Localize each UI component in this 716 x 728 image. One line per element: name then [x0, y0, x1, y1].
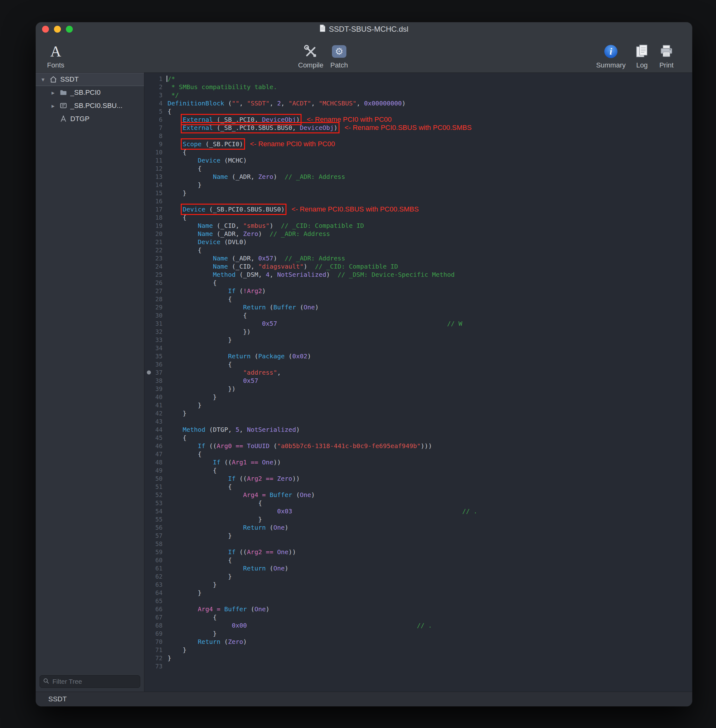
code-line: 52 Arg4 = Buffer (One): [144, 491, 692, 499]
line-number: 41: [144, 401, 162, 409]
line-number: 70: [144, 638, 162, 646]
disclosure-triangle-icon[interactable]: ▾: [39, 76, 46, 83]
code-line: 64 }: [144, 588, 692, 597]
tree-item-sb-pci0-sbus[interactable]: ▸ _SB.PCI0.SBU...: [36, 99, 144, 112]
statusbar: SSDT: [36, 692, 692, 706]
filter-tree-field[interactable]: [39, 675, 140, 688]
code-line: 54 0x03 // .: [144, 507, 692, 515]
tree-item-label: SSDT: [60, 75, 79, 83]
line-number: 43: [144, 417, 162, 426]
code-line: 11 Device (MCHC): [144, 156, 692, 164]
line-number: 21: [144, 238, 162, 246]
traffic-lights: [42, 22, 73, 36]
statusbar-path: SSDT: [48, 695, 67, 703]
code-line: 1/*: [144, 75, 692, 83]
code-line: 55 }: [144, 515, 692, 523]
code-line: 73: [144, 662, 692, 670]
line-number: 29: [144, 303, 162, 311]
line-number: 68: [144, 621, 162, 629]
tree-item-sb-pci0[interactable]: ▸ _SB.PCI0: [36, 86, 144, 99]
line-number: 49: [144, 466, 162, 475]
house-icon: [49, 75, 58, 83]
line-number: 69: [144, 629, 162, 638]
code-line: 57 }: [144, 532, 692, 540]
line-number: 50: [144, 475, 162, 482]
line-number: 17: [144, 205, 162, 213]
fonts-icon: A: [50, 44, 61, 59]
line-number: 64: [144, 588, 162, 597]
line-number: 30: [144, 311, 162, 320]
minimize-button[interactable]: [54, 26, 61, 33]
code-line: 18 {: [144, 213, 692, 221]
code-line: 66 Arg4 = Buffer (One): [144, 605, 692, 613]
code-line: 16: [144, 197, 692, 205]
line-number: 55: [144, 515, 162, 523]
rename-annotation-box: External (_SB_.PCI0, DeviceObj): [183, 116, 300, 123]
log-icon: [634, 42, 650, 61]
code-line: 9 Scope (_SB.PCI0)<- Rename PCI0 with PC…: [144, 140, 692, 148]
window-title-text: SSDT-SBUS-MCHC.dsl: [329, 25, 408, 33]
window-title: SSDT-SBUS-MCHC.dsl: [319, 24, 408, 34]
print-button[interactable]: Print: [658, 39, 675, 69]
line-number: 59: [144, 548, 162, 556]
line-number: 54: [144, 507, 162, 515]
code-line: 46 If ((Arg0 == ToUUID ("a0b5b7c6-1318-4…: [144, 442, 692, 450]
patch-button[interactable]: ⚙ Patch: [331, 39, 348, 69]
code-line: 71 }: [144, 646, 692, 654]
disclosure-triangle-icon[interactable]: ▸: [50, 102, 56, 109]
line-number: 24: [144, 262, 162, 270]
code-line: 68 0x00 // .: [144, 621, 692, 629]
code-line: 42 }: [144, 409, 692, 417]
code-line: 48 If ((Arg1 == One)): [144, 458, 692, 466]
code-line: 14 }: [144, 181, 692, 189]
code-lines: 1/*2 * SMBus compatibility table.3 */4De…: [144, 75, 692, 670]
line-number: 20: [144, 230, 162, 238]
compile-icon: [302, 42, 319, 61]
line-number: 44: [144, 426, 162, 434]
code-line: 30 {: [144, 311, 692, 320]
line-number: 33: [144, 336, 162, 344]
compile-button[interactable]: Compile: [298, 39, 323, 69]
summary-button[interactable]: i Summary: [596, 39, 626, 69]
line-number: 6: [144, 115, 162, 124]
line-number: 37: [144, 369, 162, 376]
line-number: 31: [144, 320, 162, 328]
line-number: 14: [144, 181, 162, 189]
zoom-button[interactable]: [66, 26, 73, 33]
code-line: 40 }: [144, 393, 692, 401]
line-number: 46: [144, 442, 162, 450]
log-button[interactable]: Log: [634, 39, 650, 69]
code-line: 44 Method (DTGP, 5, NotSerialized): [144, 426, 692, 434]
line-number: 9: [144, 140, 162, 148]
tree-item-ssdt[interactable]: ▾ SSDT: [36, 73, 144, 86]
code-line: 4DefinitionBlock ("", "SSDT", 2, "ACDT",…: [144, 99, 692, 107]
fonts-button[interactable]: A Fonts: [47, 39, 64, 69]
rename-annotation-box: Scope (_SB.PCI0): [183, 140, 243, 148]
line-number: 12: [144, 164, 162, 173]
code-line: 50 If ((Arg2 == Zero)): [144, 475, 692, 482]
line-number: 1: [144, 75, 162, 83]
code-line: 43: [144, 417, 692, 426]
code-line: 12 {: [144, 164, 692, 173]
code-line: 47 {: [144, 450, 692, 458]
patch-icon: ⚙: [332, 45, 346, 58]
code-line: 22 {: [144, 246, 692, 254]
fonts-label: Fonts: [47, 61, 64, 69]
titlebar: SSDT-SBUS-MCHC.dsl: [36, 22, 692, 36]
code-line: 21 Device (DVL0): [144, 238, 692, 246]
line-number: 58: [144, 540, 162, 548]
line-number: 16: [144, 197, 162, 205]
close-button[interactable]: [42, 26, 49, 33]
line-number: 72: [144, 654, 162, 662]
code-line: 10 {: [144, 148, 692, 156]
code-editor[interactable]: 1/*2 * SMBus compatibility table.3 */4De…: [144, 73, 692, 692]
tree-item-dtgp[interactable]: DTGP: [36, 112, 144, 126]
code-line: 25 Method (_DSM, 4, NotSerialized) // _D…: [144, 270, 692, 279]
line-number: 56: [144, 523, 162, 532]
filter-tree-input[interactable]: [52, 678, 137, 686]
code-line: 36 {: [144, 360, 692, 369]
disclosure-triangle-icon[interactable]: ▸: [50, 89, 56, 96]
line-number: 53: [144, 499, 162, 507]
print-icon: [658, 42, 675, 61]
line-number: 25: [144, 270, 162, 279]
